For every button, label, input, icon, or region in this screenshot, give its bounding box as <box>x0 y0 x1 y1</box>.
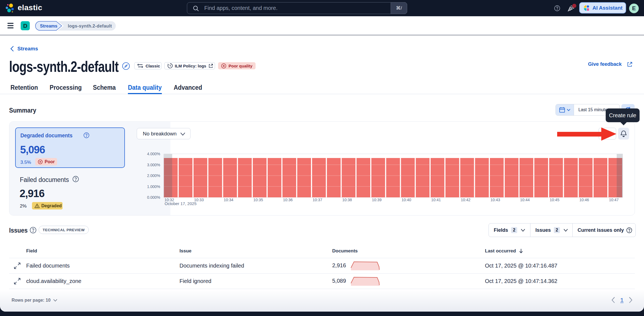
svg-text:10:42: 10:42 <box>461 198 470 202</box>
svg-text:10:34: 10:34 <box>224 198 233 202</box>
svg-text:10:38: 10:38 <box>342 198 352 202</box>
svg-text:10:39: 10:39 <box>372 198 382 202</box>
svg-text:10:41: 10:41 <box>431 198 441 202</box>
svg-text:10:36: 10:36 <box>283 198 293 202</box>
svg-text:Streams: Streams <box>40 24 57 28</box>
svg-text:10:35: 10:35 <box>253 198 263 202</box>
svg-text:10:40: 10:40 <box>401 198 411 202</box>
svg-text:10:46: 10:46 <box>579 198 589 202</box>
svg-text:10:37: 10:37 <box>313 198 322 202</box>
svg-text:2.000%: 2.000% <box>147 173 160 178</box>
svg-text:0.000%: 0.000% <box>147 195 160 200</box>
svg-text:10:43: 10:43 <box>490 198 500 202</box>
svg-text:10:44: 10:44 <box>520 198 530 202</box>
svg-text:October 17, 2025: October 17, 2025 <box>165 201 197 206</box>
svg-text:4.000%: 4.000% <box>147 152 160 156</box>
svg-text:logs-synth.2-default: logs-synth.2-default <box>68 24 112 28</box>
svg-text:3.000%: 3.000% <box>147 163 160 167</box>
svg-text:10:45: 10:45 <box>550 198 559 202</box>
svg-text:1.000%: 1.000% <box>147 184 160 189</box>
svg-text:10:47: 10:47 <box>609 198 619 202</box>
